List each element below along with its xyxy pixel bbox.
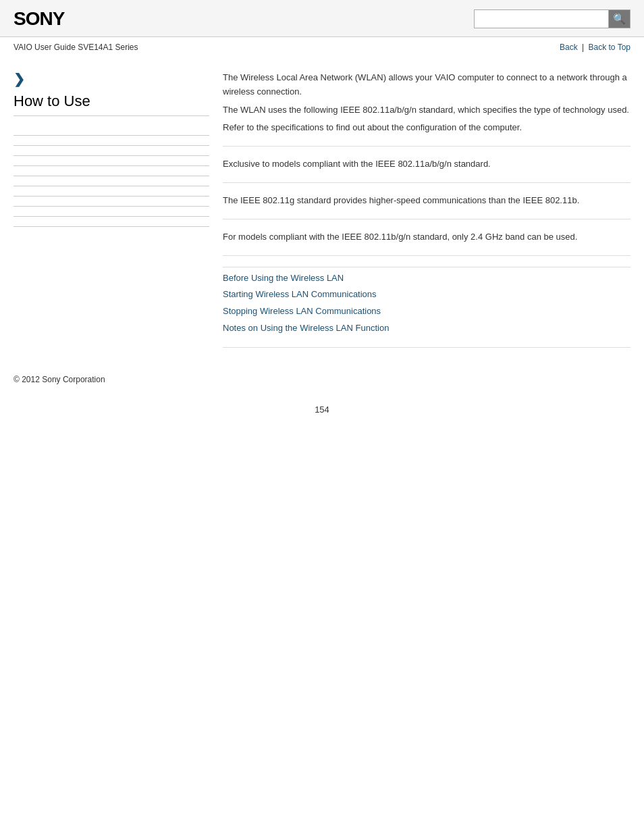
link-before-using[interactable]: Before Using the Wireless LAN (223, 270, 630, 287)
link-starting-wireless[interactable]: Starting Wireless LAN Communications (223, 286, 630, 303)
main-content: ❯ How to Use The Wireless Local Area Net… (0, 57, 644, 361)
section1-para3: Refer to the specifications to find out … (223, 121, 630, 135)
section1-para1: The Wireless Local Area Network (WLAN) a… (223, 71, 630, 99)
sidebar-item-9[interactable] (14, 207, 209, 217)
breadcrumb-bar: VAIO User Guide SVE14A1 Series Back | Ba… (0, 37, 644, 57)
section2-para1: Exclusive to models compliant with the I… (223, 157, 630, 172)
section3-para1: The IEEE 802.11g standard provides highe… (223, 194, 630, 208)
sidebar-item-8[interactable] (14, 197, 209, 207)
sidebar-item-5[interactable] (14, 166, 209, 176)
section4-para1: For models compliant with the IEEE 802.1… (223, 230, 630, 244)
section-1: The Wireless Local Area Network (WLAN) a… (223, 71, 630, 147)
chevron-icon: ❯ (14, 71, 209, 87)
sidebar-item-2[interactable] (14, 136, 209, 146)
header: SONY 🔍 (0, 0, 644, 37)
search-area: 🔍 (474, 9, 630, 28)
content-area: The Wireless Local Area Network (WLAN) a… (223, 64, 630, 348)
sidebar-item-7[interactable] (14, 186, 209, 197)
search-input[interactable] (474, 9, 609, 28)
section-4: For models compliant with the IEEE 802.1… (223, 230, 630, 256)
section1-para2: The WLAN uses the following IEEE 802.11a… (223, 103, 630, 118)
sidebar-title: How to Use (14, 93, 209, 116)
sidebar-item-10[interactable] (14, 217, 209, 227)
link-stopping-wireless[interactable]: Stopping Wireless LAN Communications (223, 303, 630, 320)
page-number: 154 (0, 391, 644, 421)
search-button[interactable]: 🔍 (609, 9, 630, 28)
section-3: The IEEE 802.11g standard provides highe… (223, 194, 630, 219)
back-to-top-link[interactable]: Back to Top (589, 43, 630, 52)
sidebar: ❯ How to Use (14, 64, 223, 348)
links-section: Before Using the Wireless LAN Starting W… (223, 267, 630, 348)
section-2: Exclusive to models compliant with the I… (223, 157, 630, 183)
guide-title: VAIO User Guide SVE14A1 Series (14, 43, 138, 52)
copyright: © 2012 Sony Corporation (14, 375, 105, 384)
sidebar-item-3[interactable] (14, 146, 209, 156)
footer: © 2012 Sony Corporation (0, 361, 644, 391)
sidebar-item-4[interactable] (14, 156, 209, 166)
nav-separator: | (582, 43, 584, 52)
sony-logo: SONY (14, 8, 64, 30)
back-link[interactable]: Back (560, 43, 578, 52)
link-notes-wireless[interactable]: Notes on Using the Wireless LAN Function (223, 320, 630, 337)
sidebar-item-6[interactable] (14, 176, 209, 186)
nav-links: Back | Back to Top (560, 43, 630, 52)
sidebar-item-1[interactable] (14, 126, 209, 136)
